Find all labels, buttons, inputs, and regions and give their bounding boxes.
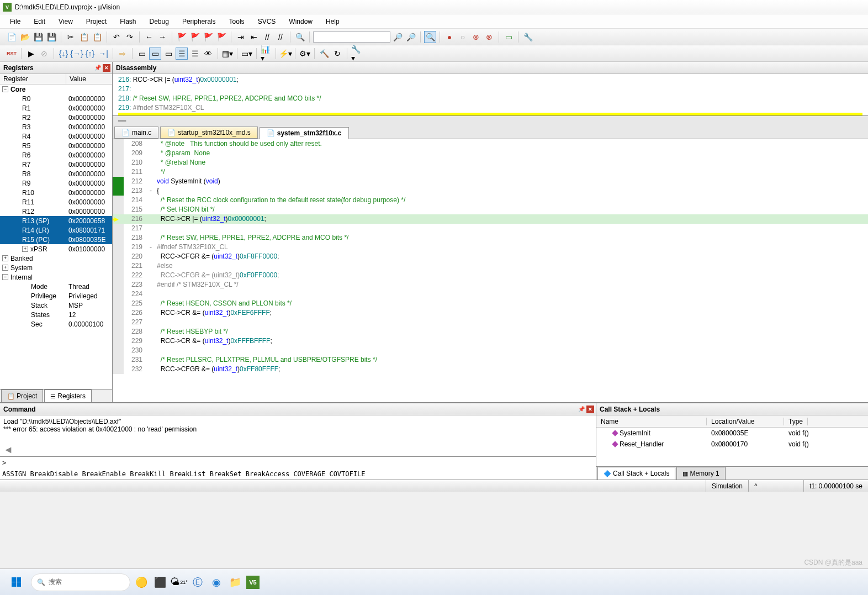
code-line[interactable]: 220 RCC->CFGR &= (uint32_t)0xF8FF0000;: [113, 252, 868, 261]
copilot-icon[interactable]: 🟡: [134, 575, 149, 590]
scroll-thumb[interactable]: ◄ ──────────────────────────────────────…: [3, 444, 592, 456]
register-row[interactable]: R20x00000000: [0, 113, 112, 122]
code-line[interactable]: 228 /* Reset HSEBYP bit */: [113, 327, 868, 336]
command-input[interactable]: >: [0, 456, 596, 468]
collapse-icon[interactable]: −: [2, 86, 8, 92]
code-line[interactable]: 232 RCC->CFGR &= (uint32_t)0xFF80FFFF;: [113, 365, 868, 374]
code-line[interactable]: 222 RCC->CFGR &= (uint32_t)0xF0FF0000;: [113, 271, 868, 280]
register-row[interactable]: R80x00000000: [0, 169, 112, 178]
registers-table[interactable]: Register Value −Core R00x00000000R10x000…: [0, 74, 112, 389]
register-row[interactable]: StackMSP: [0, 301, 112, 310]
register-row[interactable]: R70x00000000: [0, 160, 112, 169]
register-row[interactable]: R110x00000000: [0, 197, 112, 207]
register-row[interactable]: R10x00000000: [0, 103, 112, 113]
find-combo[interactable]: [313, 31, 390, 43]
close-icon[interactable]: ✕: [586, 406, 594, 413]
watch-window-icon[interactable]: 👁: [202, 48, 214, 60]
code-line[interactable]: 223#endif /* STM32F10X_CL */: [113, 280, 868, 289]
breakpoint-insert-icon[interactable]: ●: [443, 31, 456, 43]
code-line[interactable]: 225 /* Reset HSEON, CSSON and PLLON bits…: [113, 299, 868, 308]
new-file-icon[interactable]: 📄: [6, 31, 18, 43]
stack-row[interactable]: Reset_Handler 0x08000170 void f(): [596, 439, 868, 450]
code-line[interactable]: 210 * @retval None: [113, 158, 868, 167]
uvision-icon[interactable]: V5: [246, 576, 260, 589]
pin-icon[interactable]: 📌: [94, 64, 102, 72]
register-row[interactable]: R120x00000000: [0, 207, 112, 216]
register-row[interactable]: R13 (SP)0x20000658: [0, 216, 112, 225]
register-row[interactable]: Sec0.00000100: [0, 319, 112, 329]
code-line[interactable]: 218 /* Reset SW, HPRE, PPRE1, PPRE2, ADC…: [113, 233, 868, 243]
step-out-icon[interactable]: {↑}: [84, 48, 96, 60]
menu-edit[interactable]: Edit: [28, 16, 51, 27]
register-row[interactable]: R15 (PC)0x0800035E: [0, 235, 112, 244]
code-line[interactable]: 219-#ifndef STM32F10X_CL: [113, 243, 868, 252]
run-to-cursor-icon[interactable]: →|: [97, 48, 109, 60]
outdent-icon[interactable]: ⇤: [248, 31, 260, 43]
undo-icon[interactable]: ↶: [110, 31, 123, 43]
code-line[interactable]: 208 * @note This function should be used…: [113, 139, 868, 149]
step-in-icon[interactable]: {↓}: [57, 48, 70, 60]
open-icon[interactable]: 📂: [19, 31, 31, 43]
weather-icon[interactable]: 🌤21°: [171, 575, 187, 590]
nav-back-icon[interactable]: ←: [143, 31, 155, 43]
disassembly-content[interactable]: 216: RCC->CR |= (uint32_t)0x00000001; 21…: [113, 74, 868, 115]
scroll-up-icon[interactable]: ^: [754, 482, 758, 490]
toolbox-icon[interactable]: 🔨: [318, 48, 330, 60]
bookmark-prev-icon[interactable]: 🚩: [189, 31, 201, 43]
memory-window-icon[interactable]: ▦▾: [221, 48, 234, 60]
register-row[interactable]: R00x00000000: [0, 94, 112, 103]
tab-main-c[interactable]: 📄main.c: [114, 127, 158, 139]
register-row[interactable]: R40x00000000: [0, 131, 112, 141]
step-over-icon[interactable]: {→}: [71, 48, 83, 60]
callstack-window-icon[interactable]: ☰: [189, 48, 201, 60]
reg-banked[interactable]: +Banked: [0, 254, 112, 263]
tab-project[interactable]: 📋Project: [1, 389, 43, 402]
options-icon[interactable]: 🔧▾: [351, 48, 363, 60]
uncomment-icon[interactable]: //: [274, 31, 287, 43]
close-icon[interactable]: ✕: [103, 64, 110, 72]
breakpoint-disable-icon[interactable]: ○: [457, 31, 469, 43]
update-icon[interactable]: ↻: [331, 48, 343, 60]
register-row[interactable]: States12: [0, 310, 112, 319]
register-row[interactable]: +xPSR0x01000000: [0, 244, 112, 254]
expand-icon[interactable]: +: [22, 246, 28, 252]
menu-flash[interactable]: Flash: [114, 16, 141, 27]
code-line[interactable]: 224: [113, 289, 868, 299]
serial-window-icon[interactable]: ▭▾: [241, 48, 253, 60]
find-files-icon[interactable]: 🔎: [405, 31, 417, 43]
reset-icon[interactable]: RST: [6, 48, 18, 60]
save-all-icon[interactable]: 💾: [45, 31, 57, 43]
menu-file[interactable]: File: [4, 16, 26, 27]
browser-icon[interactable]: ◉: [209, 575, 224, 590]
save-icon[interactable]: 💾: [32, 31, 44, 43]
nav-fwd-icon[interactable]: →: [156, 31, 168, 43]
trace-window-icon[interactable]: ⚡▾: [279, 48, 292, 60]
analysis-window-icon[interactable]: 📊▾: [260, 48, 272, 60]
code-line[interactable]: 214 /* Reset the RCC clock configuration…: [113, 196, 868, 205]
breakpoint-kill-icon[interactable]: ⊗: [470, 31, 482, 43]
code-line[interactable]: 215 /* Set HSION bit */: [113, 205, 868, 214]
register-row[interactable]: R100x00000000: [0, 188, 112, 197]
code-editor[interactable]: 208 * @note This function should be used…: [113, 139, 868, 402]
code-line[interactable]: 221#else: [113, 261, 868, 271]
reg-internal[interactable]: −Internal: [0, 272, 112, 282]
symbol-window-icon[interactable]: ▭: [162, 48, 174, 60]
menu-peripherals[interactable]: Peripherals: [177, 16, 221, 27]
code-line[interactable]: 217: [113, 224, 868, 233]
command-output[interactable]: Load "D:\\mdk5\\LED\\Objects\\LED.axf" *…: [0, 415, 596, 456]
breakpoint-killall-icon[interactable]: ⊗: [483, 31, 495, 43]
disasm-window-icon[interactable]: ▭: [149, 48, 161, 60]
paste-icon[interactable]: 📋: [91, 31, 103, 43]
expand-icon[interactable]: +: [2, 265, 8, 271]
register-row[interactable]: R50x00000000: [0, 141, 112, 150]
code-line[interactable]: 229 RCC->CR &= (uint32_t)0xFFFBFFFF;: [113, 336, 868, 346]
bookmark-next-icon[interactable]: 🚩: [202, 31, 214, 43]
register-row[interactable]: ModeThread: [0, 282, 112, 291]
reg-system[interactable]: +System: [0, 263, 112, 272]
tab-registers[interactable]: ☰Registers: [44, 389, 92, 402]
code-line[interactable]: 213-{: [113, 186, 868, 196]
cmd-window-icon[interactable]: ▭: [136, 48, 148, 60]
redo-icon[interactable]: ↷: [124, 31, 136, 43]
find-icon[interactable]: 🔍: [294, 31, 306, 43]
collapse-icon[interactable]: −: [2, 274, 8, 280]
